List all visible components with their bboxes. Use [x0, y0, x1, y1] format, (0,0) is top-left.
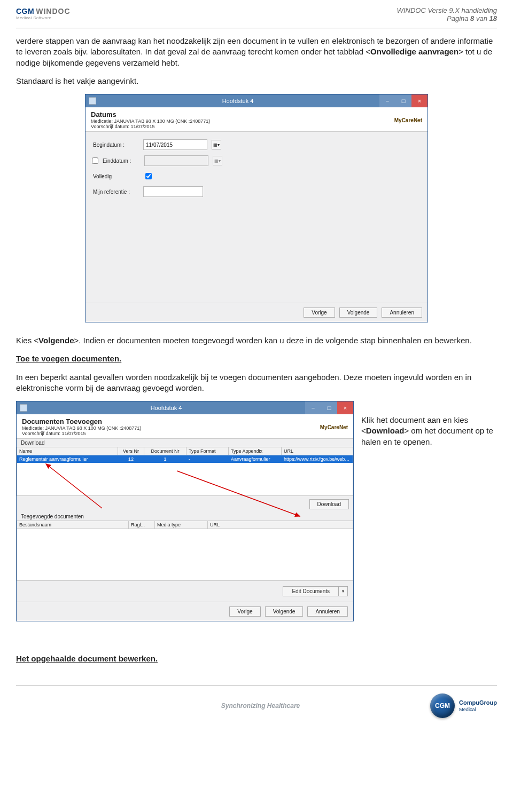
grid-header: Name Vers Nr Document Nr Type Format Typ…: [17, 447, 353, 455]
cgm-badge: CGM CompuGroupMedical: [430, 693, 497, 718]
paragraph-1: verdere stappen van de aanvraag kan het …: [16, 36, 497, 68]
grid-header: Bestandsnaam Ragl... Media type URL: [17, 521, 353, 529]
app-icon: [89, 97, 96, 105]
edit-documents-button[interactable]: Edit Documents: [283, 586, 339, 596]
volledig-checkbox[interactable]: [145, 173, 152, 179]
close-button[interactable]: ×: [411, 94, 428, 107]
logo: CGMWINDOC Medical Software: [16, 6, 71, 20]
minimize-button[interactable]: −: [379, 94, 395, 107]
panel-head: Documenten Toevoegen Medicatie: JANUVIA …: [17, 414, 353, 439]
volgende-button[interactable]: Volgende: [265, 606, 304, 617]
mycarenet-logo: MyCareNet: [394, 117, 422, 123]
dialog-datums: Hoofdstuk 4 − □ × Datums Medicatie: JANU…: [85, 94, 428, 322]
titlebar[interactable]: Hoofdstuk 4 − □ ×: [86, 94, 428, 107]
begindatum-input[interactable]: 11/07/2015: [143, 139, 207, 150]
annuleren-button[interactable]: Annuleren: [382, 308, 422, 318]
side-note: Klik het document aan en kies <Download>…: [361, 401, 497, 447]
prescription-date-line: Voorschrijf datum: 11/07/2015: [91, 124, 422, 129]
label-referentie: Mijn referentie :: [93, 189, 139, 195]
button-row: Vorige Volgende Annuleren: [86, 303, 428, 322]
group-download: Download: [17, 439, 353, 447]
col-docnr[interactable]: Document Nr: [144, 447, 186, 455]
calendar-icon: ▦▾: [213, 156, 222, 165]
einddatum-checkbox[interactable]: [92, 157, 98, 164]
edit-documents-dropdown[interactable]: ▾: [339, 586, 348, 596]
close-button[interactable]: ×: [337, 401, 353, 414]
download-button[interactable]: Download: [309, 499, 349, 509]
window-title: Hoofdstuk 4: [96, 98, 379, 104]
vorige-button[interactable]: Vorige: [229, 606, 260, 617]
cgm-circle-icon: CGM: [430, 693, 455, 718]
dialog-heading: Documenten Toevoegen: [22, 417, 348, 425]
referentie-input[interactable]: [143, 186, 203, 197]
col-ragl[interactable]: Ragl...: [129, 521, 155, 529]
heading-toe-te-voegen: Toe te voegen documenten.: [16, 353, 497, 364]
manual-title: WINDOC Versie 9.X handleiding: [397, 6, 497, 14]
label-volledig: Volledig: [93, 174, 139, 179]
volgende-button[interactable]: Volgende: [339, 308, 378, 318]
maximize-button[interactable]: □: [321, 401, 337, 414]
paragraph-3: Kies <Volgende>. Indien er documenten mo…: [16, 335, 497, 346]
header-right: WINDOC Versie 9.X handleiding Pagina 8 v…: [397, 6, 497, 22]
col-media-type[interactable]: Media type: [155, 521, 208, 529]
attached-grid: Bestandsnaam Ragl... Media type URL: [17, 521, 353, 580]
einddatum-input: [144, 155, 208, 166]
minimize-button[interactable]: −: [305, 401, 321, 414]
footer: Synchronizing Healthcare CGM CompuGroupM…: [0, 686, 513, 729]
dialog-documenten-toevoegen: Hoofdstuk 4 − □ × Documenten Toevoegen M…: [16, 401, 354, 621]
page-number: Pagina 8 van 18: [397, 14, 497, 22]
vorige-button[interactable]: Vorige: [304, 308, 335, 318]
paragraph-2: Standaard is het vakje aangevinkt.: [16, 76, 497, 86]
medication-line: Medicatie: JANUVIA TAB 98 X 100 MG (CNK …: [22, 425, 348, 431]
col-url[interactable]: URL: [208, 521, 353, 529]
window-title: Hoofdstuk 4: [27, 405, 305, 411]
col-bestandsnaam[interactable]: Bestandsnaam: [17, 521, 129, 529]
app-icon: [20, 404, 27, 412]
col-url[interactable]: URL: [282, 447, 353, 455]
footer-tagline: Synchronizing Healthcare: [91, 702, 430, 709]
group-toegevoegde: Toegevoegde documenten: [17, 513, 353, 521]
titlebar[interactable]: Hoofdstuk 4 − □ ×: [17, 401, 353, 414]
calendar-icon[interactable]: ▦▾: [212, 140, 221, 149]
label-einddatum: Einddatum :: [103, 158, 140, 164]
paragraph-4: In een beperkt aantal gevallen worden no…: [16, 372, 497, 394]
download-grid: Name Vers Nr Document Nr Type Format Typ…: [17, 447, 353, 496]
col-name[interactable]: Name: [17, 447, 118, 455]
doc-header: CGMWINDOC Medical Software WINDOC Versie…: [0, 0, 513, 26]
maximize-button[interactable]: □: [395, 94, 411, 107]
mycarenet-logo: MyCareNet: [320, 424, 348, 430]
button-row: Vorige Volgende Annuleren: [17, 602, 353, 621]
cgm-text: CompuGroupMedical: [459, 699, 497, 712]
prescription-date-line: Voorschrijf datum: 11/07/2015: [22, 431, 348, 436]
logo-cgm: CGM: [16, 7, 34, 15]
table-row[interactable]: Reglementair aanvraagformulier 12 1 - Aa…: [17, 455, 353, 463]
col-type-appendix[interactable]: Type Appendix: [229, 447, 282, 455]
dialog-heading: Datums: [91, 111, 422, 119]
col-type-format[interactable]: Type Format: [186, 447, 229, 455]
logo-sub: Medical Software: [16, 15, 71, 20]
col-vers[interactable]: Vers Nr: [118, 447, 144, 455]
label-begindatum: Begindatum :: [93, 142, 139, 148]
medication-line: Medicatie: JANUVIA TAB 98 X 100 MG (CNK …: [91, 119, 422, 124]
annuleren-button[interactable]: Annuleren: [307, 606, 348, 617]
panel-head: Datums Medicatie: JANUVIA TAB 98 X 100 M…: [86, 107, 428, 132]
logo-windoc: WINDOC: [36, 7, 70, 15]
heading-bewerken: Het opgehaalde document bewerken.: [16, 653, 497, 664]
